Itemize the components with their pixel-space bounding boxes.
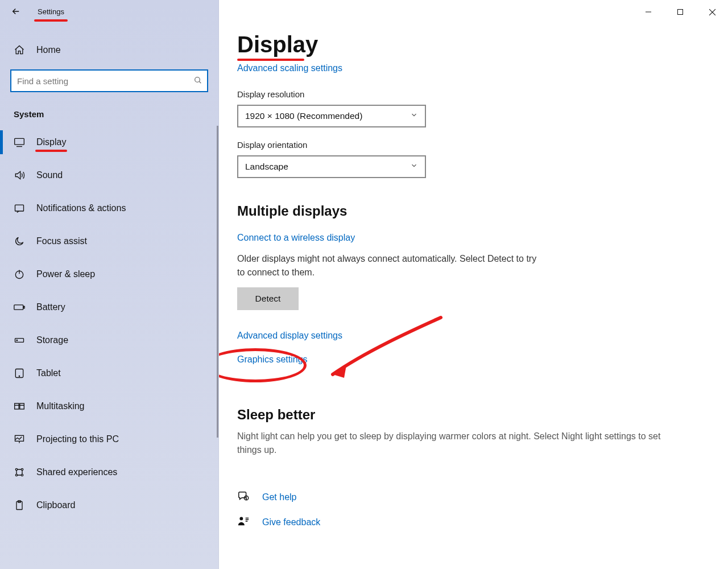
sidebar-item-storage[interactable]: Storage [0, 324, 218, 357]
sidebar-item-label: Tablet [36, 368, 61, 378]
page-title: Display [237, 32, 318, 57]
svg-rect-1 [15, 138, 24, 145]
sidebar-item-shared-experiences[interactable]: Shared experiences [0, 456, 218, 489]
title-bar: Settings [0, 0, 218, 23]
sidebar-item-power-sleep[interactable]: Power & sleep [0, 258, 218, 291]
sleep-description: Night light can help you get to sleep by… [237, 430, 669, 457]
sidebar-item-multitasking[interactable]: Multitasking [0, 390, 218, 423]
sidebar-item-label: Notifications & actions [36, 203, 126, 213]
svg-rect-19 [678, 10, 683, 15]
sidebar-item-battery[interactable]: Battery [0, 291, 218, 324]
home-icon [14, 44, 25, 56]
battery-icon [14, 302, 25, 313]
sidebar-item-label: Power & sleep [36, 269, 95, 279]
detect-button[interactable]: Detect [237, 287, 299, 310]
svg-point-9 [19, 376, 19, 376]
resolution-value: 1920 × 1080 (Recommended) [245, 111, 362, 121]
chevron-down-icon [410, 162, 418, 172]
sidebar-item-label: Storage [36, 335, 68, 345]
sidebar-item-projecting[interactable]: Projecting to this PC [0, 423, 218, 456]
multiple-displays-header: Multiple displays [237, 203, 675, 219]
feedback-icon [237, 515, 250, 530]
svg-rect-10 [15, 403, 19, 409]
sidebar-item-sound[interactable]: Sound [0, 159, 218, 192]
sidebar-home-label: Home [36, 45, 61, 55]
svg-point-7 [16, 340, 18, 341]
sidebar-item-notifications[interactable]: Notifications & actions [0, 192, 218, 225]
sidebar-item-clipboard[interactable]: Clipboard [0, 489, 218, 522]
notifications-icon [14, 203, 25, 214]
give-feedback-link[interactable]: Give feedback [262, 517, 320, 527]
svg-point-16 [21, 474, 23, 476]
detect-description: Older displays might not always connect … [237, 252, 544, 279]
wireless-display-link[interactable]: Connect to a wireless display [237, 233, 355, 243]
sidebar-item-label: Clipboard [36, 500, 75, 510]
svg-point-21 [246, 498, 246, 499]
svg-point-0 [195, 77, 200, 82]
sidebar-nav-list: Display Sound Notifications & actions Fo… [0, 126, 218, 569]
orientation-value: Landscape [245, 162, 288, 172]
sidebar-item-focus-assist[interactable]: Focus assist [0, 225, 218, 258]
svg-point-15 [15, 474, 17, 476]
orientation-label: Display orientation [237, 140, 675, 150]
sidebar-item-label: Display [36, 137, 66, 147]
svg-rect-4 [14, 305, 23, 310]
minimize-button[interactable] [632, 1, 664, 23]
app-title: Settings [38, 7, 64, 16]
get-help-link[interactable]: Get help [262, 492, 296, 502]
sidebar-item-label: Battery [36, 302, 65, 312]
monitor-icon [14, 137, 25, 148]
sound-icon [14, 170, 25, 181]
power-icon [14, 269, 25, 280]
resolution-label: Display resolution [237, 89, 675, 99]
resolution-select[interactable]: 1920 × 1080 (Recommended) [237, 105, 426, 127]
graphics-settings-link[interactable]: Graphics settings [237, 354, 308, 365]
search-box[interactable] [10, 69, 208, 92]
projecting-icon [14, 434, 25, 445]
sidebar-item-label: Focus assist [36, 236, 87, 246]
sidebar-item-label: Projecting to this PC [36, 434, 119, 444]
sidebar-item-label: Shared experiences [36, 467, 117, 477]
storage-icon [14, 335, 25, 346]
search-icon [193, 76, 202, 86]
orientation-select[interactable]: Landscape [237, 155, 426, 178]
svg-rect-11 [20, 403, 24, 409]
chevron-down-icon [410, 111, 418, 121]
multitasking-icon [14, 401, 25, 412]
advanced-display-link[interactable]: Advanced display settings [237, 331, 342, 341]
clipboard-icon [14, 500, 25, 511]
moon-icon [14, 236, 25, 247]
sidebar: Settings Home System Display [0, 0, 219, 569]
svg-point-22 [239, 517, 243, 520]
advanced-scaling-link[interactable]: Advanced scaling settings [237, 63, 342, 73]
window-controls [632, 1, 728, 23]
svg-rect-5 [24, 306, 25, 308]
sidebar-item-home[interactable]: Home [0, 36, 218, 64]
sidebar-item-tablet[interactable]: Tablet [0, 357, 218, 390]
sidebar-item-display[interactable]: Display [0, 126, 218, 159]
svg-point-14 [21, 468, 23, 470]
sidebar-section-system: System [0, 92, 218, 126]
shared-icon [14, 467, 25, 478]
main-panel: Display Advanced scaling settings Displa… [219, 0, 728, 569]
maximize-button[interactable] [664, 1, 696, 23]
close-button[interactable] [696, 1, 728, 23]
sleep-better-header: Sleep better [237, 407, 675, 423]
help-icon [237, 490, 250, 505]
svg-rect-2 [15, 205, 24, 211]
back-icon[interactable] [10, 6, 22, 17]
svg-point-13 [15, 468, 17, 470]
sidebar-item-label: Sound [36, 170, 63, 180]
tablet-icon [14, 368, 25, 379]
sidebar-item-label: Multitasking [36, 401, 84, 411]
search-input[interactable] [17, 76, 193, 86]
